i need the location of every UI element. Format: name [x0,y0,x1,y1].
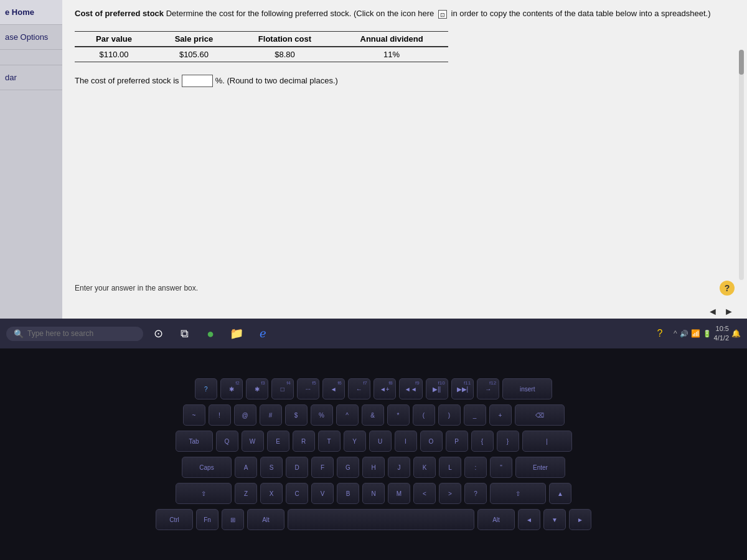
key-3[interactable]: # [260,404,282,426]
taskbar-file-btn[interactable]: 📁 [225,322,248,345]
search-input[interactable] [27,329,127,338]
key-t[interactable]: T [318,431,341,452]
key-c[interactable]: C [286,483,308,504]
key-left[interactable]: ◄ [518,509,540,530]
key-j[interactable]: J [388,457,410,478]
key-4[interactable]: $ [285,404,308,426]
key-rbracket[interactable]: } [497,431,519,452]
question-title-bold: Cost of preferred stock [75,9,164,18]
key-f8[interactable]: f8◄+ [374,378,396,399]
key-h[interactable]: H [362,457,385,478]
taskbar-task-view-btn[interactable]: ⧉ [173,322,195,345]
key-win[interactable]: ⊞ [222,509,244,530]
key-6[interactable]: ^ [336,404,359,426]
key-f12[interactable]: f12→ [477,378,499,399]
key-slash[interactable]: ? [464,483,487,504]
key-i[interactable]: I [395,431,417,452]
key-f7[interactable]: f7← [348,378,370,399]
key-9[interactable]: ( [413,404,435,426]
key-y[interactable]: Y [344,431,366,452]
key-f[interactable]: F [311,457,334,478]
keyboard-asdf-row: Caps A S D F G H J K L : " Enter [182,457,565,478]
key-ralt[interactable]: Alt [477,509,515,530]
taskbar-right: ? ^ 🔊 📶 🔋 10:5 4/1/2 🔔 [649,322,741,345]
key-backslash[interactable]: | [522,431,572,452]
key-0[interactable]: ) [438,404,461,426]
sidebar-item-base-options[interactable]: ase Options [0,25,62,50]
key-2[interactable]: @ [234,404,256,426]
answer-prefix: The cost of preferred stock is [75,76,179,85]
key-f6[interactable]: f6◄ [322,378,345,399]
key-a[interactable]: A [235,457,257,478]
sidebar-item-dar[interactable]: dar [0,65,62,90]
taskbar-help-btn[interactable]: ? [649,322,671,345]
key-d[interactable]: D [286,457,308,478]
key-backspace[interactable]: ⌫ [515,404,565,426]
key-semicolon[interactable]: : [464,457,487,478]
key-s[interactable]: S [260,457,283,478]
sidebar-item-empty [0,50,62,65]
key-minus[interactable]: _ [464,404,486,426]
key-z[interactable]: Z [235,483,257,504]
key-g[interactable]: G [337,457,359,478]
next-arrow[interactable]: ► [723,306,735,317]
key-5[interactable]: % [311,404,333,426]
taskbar-search-bar[interactable]: 🔍 [6,327,143,341]
prev-arrow[interactable]: ◄ [707,306,718,317]
taskbar-windows-btn[interactable]: ⊙ [147,322,169,345]
key-1[interactable]: ! [209,404,231,426]
copy-icon[interactable]: ⊡ [438,10,447,19]
key-enter[interactable]: Enter [515,457,565,478]
key-w[interactable]: W [242,431,264,452]
key-period[interactable]: > [439,483,461,504]
key-right[interactable]: ► [569,509,591,530]
key-f9[interactable]: f9◄◄ [399,378,423,399]
key-k[interactable]: K [413,457,436,478]
key-caps[interactable]: Caps [182,457,232,478]
help-button[interactable]: ? [720,281,735,296]
key-lshift[interactable]: ⇧ [176,483,232,504]
key-backtick[interactable]: ~ [183,404,205,426]
answer-input[interactable] [182,75,213,87]
key-e[interactable]: E [267,431,289,452]
taskbar-edge-btn[interactable]: ℯ [251,322,274,345]
key-tab[interactable]: Tab [176,431,213,452]
key-quote[interactable]: " [490,457,512,478]
key-7[interactable]: & [362,404,384,426]
answer-suffix: %. (Round to two decimal places.) [215,76,338,85]
key-f11[interactable]: f11▶▶| [451,378,474,399]
key-up[interactable]: ▲ [549,483,571,504]
key-f4[interactable]: f4□ [271,378,294,399]
key-v[interactable]: V [311,483,334,504]
key-r[interactable]: R [293,431,315,452]
key-f3[interactable]: f3✱ [246,378,268,399]
key-question[interactable]: ? [195,378,217,399]
key-rshift[interactable]: ⇧ [490,483,546,504]
key-f10[interactable]: f10▶|| [426,378,448,399]
key-equals[interactable]: + [489,404,512,426]
key-ctrl[interactable]: Ctrl [156,509,193,530]
key-b[interactable]: B [337,483,359,504]
key-q[interactable]: Q [216,431,238,452]
key-alt[interactable]: Alt [247,509,284,530]
key-fn[interactable]: Fn [196,509,218,530]
key-u[interactable]: U [369,431,392,452]
key-down[interactable]: ▼ [543,509,566,530]
key-space[interactable] [288,509,474,530]
key-f5[interactable]: f5··· [297,378,319,399]
key-l[interactable]: L [439,457,461,478]
scrollbar[interactable] [739,50,744,280]
key-n[interactable]: N [362,483,385,504]
key-comma[interactable]: < [413,483,436,504]
data-table: Par value Sale price Flotation cost Annu… [75,31,448,62]
key-f2[interactable]: f2✱ [220,378,243,399]
key-p[interactable]: P [446,431,468,452]
key-x[interactable]: X [260,483,283,504]
taskbar-chrome-btn[interactable]: ● [199,322,222,345]
key-m[interactable]: M [388,483,410,504]
key-insert[interactable]: insert [502,378,552,399]
key-lbracket[interactable]: { [471,431,494,452]
sidebar-item-home[interactable]: e Home [0,0,62,25]
key-o[interactable]: O [420,431,443,452]
key-8[interactable]: * [387,404,410,426]
